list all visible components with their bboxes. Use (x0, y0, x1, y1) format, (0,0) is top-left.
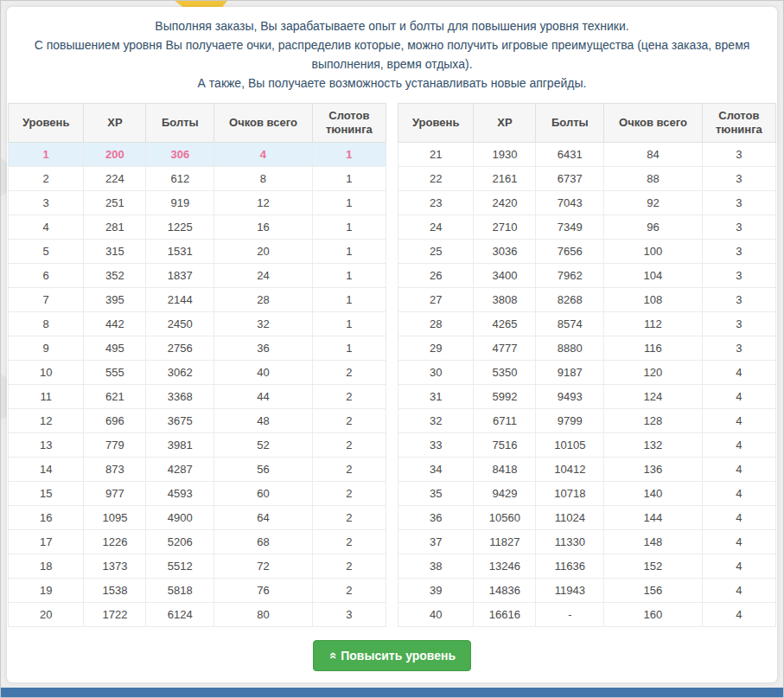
table-cell: 2 (312, 409, 386, 433)
column-header: Слотов тюнинга (312, 104, 386, 143)
footer-bar (1, 688, 783, 697)
table-cell: 3036 (474, 240, 536, 264)
levels-panel: Выполняя заказы, Вы зарабатываете опыт и… (7, 7, 777, 682)
column-header: Очков всего (604, 104, 703, 143)
table-cell: 112 (604, 312, 703, 336)
table-cell: 88 (604, 167, 703, 191)
table-cell: 1 (312, 167, 386, 191)
table-cell: 1 (312, 240, 386, 264)
table-cell: 5350 (474, 361, 536, 385)
table-cell: 5 (9, 240, 84, 264)
table-cell: 3 (702, 288, 775, 312)
table-row: 3610560110241444 (398, 506, 776, 530)
table-row: 1915385818762 (9, 579, 386, 603)
table-cell: 2 (312, 530, 386, 554)
intro-line-2: С повышением уровня Вы получаете очки, р… (22, 35, 762, 74)
table-cell: 3400 (474, 264, 536, 288)
table-cell: 4777 (474, 336, 536, 361)
table-cell: 12 (9, 409, 84, 433)
table-row: 94952756361 (9, 336, 386, 361)
table-cell: 11330 (536, 530, 604, 554)
table-cell: 3 (702, 191, 775, 215)
table-cell: 148 (604, 530, 703, 554)
table-cell: 16616 (474, 603, 536, 627)
table-cell: 8268 (536, 288, 604, 312)
table-cell: 16 (9, 506, 84, 530)
table-cell: 40 (398, 603, 474, 627)
table-cell: 779 (84, 433, 146, 458)
table-row: 25303676561003 (398, 240, 776, 264)
table-cell: 68 (214, 530, 313, 554)
table-cell: 3 (702, 143, 775, 167)
table-cell: 104 (604, 264, 703, 288)
table-cell: 31 (398, 385, 474, 409)
table-cell: 4 (9, 215, 84, 240)
table-row: 3251919121 (9, 191, 386, 215)
table-cell: 3 (702, 240, 775, 264)
table-cell: 3 (9, 191, 84, 215)
table-cell: 9799 (536, 409, 604, 433)
table-cell: 92 (604, 191, 703, 215)
table-cell: 15 (9, 482, 84, 506)
table-row: 29477788801163 (398, 336, 776, 361)
table-row: 1813735512722 (9, 554, 386, 579)
table-cell: 1 (312, 143, 386, 167)
table-cell: 36 (214, 336, 313, 361)
table-cell: 251 (84, 191, 146, 215)
table-cell: 30 (398, 361, 474, 385)
table-cell: 11 (9, 385, 84, 409)
table-cell: 2 (9, 167, 84, 191)
table-cell: 1 (312, 191, 386, 215)
table-cell: 4 (702, 361, 775, 385)
table-cell: 9493 (536, 385, 604, 409)
table-cell: 3 (702, 167, 775, 191)
table-cell: 14 (9, 458, 84, 482)
table-cell: 1225 (146, 215, 214, 240)
table-cell: 40 (214, 361, 313, 385)
table-cell: 281 (84, 215, 146, 240)
level-up-button[interactable]: » Повысить уровень (313, 640, 471, 671)
table-cell: 13 (9, 433, 84, 458)
table-cell: 24 (398, 215, 474, 240)
table-cell: 116 (604, 336, 703, 361)
table-cell: 21 (398, 143, 474, 167)
table-cell: 6124 (146, 603, 214, 627)
table-cell: 2450 (146, 312, 214, 336)
table-cell: 1930 (474, 143, 536, 167)
table-cell: 2 (312, 506, 386, 530)
table-cell: 2 (312, 482, 386, 506)
table-cell: 12 (214, 191, 313, 215)
level-up-button-label: Повысить уровень (341, 649, 456, 663)
table-cell: 24 (214, 264, 313, 288)
table-cell: 32 (398, 409, 474, 433)
table-cell: 4 (214, 143, 313, 167)
table-cell: 7516 (474, 433, 536, 458)
table-row: 222461281 (9, 167, 386, 191)
table-cell: 20 (9, 603, 84, 627)
table-cell: 11024 (536, 506, 604, 530)
table-cell: 3808 (474, 288, 536, 312)
table-cell: 17 (9, 530, 84, 554)
table-cell: 19 (9, 579, 84, 603)
table-cell: 25 (398, 240, 474, 264)
table-cell: 11636 (536, 554, 604, 579)
table-row: 73952144281 (9, 288, 386, 312)
table-row: 159774593602 (9, 482, 386, 506)
intro-text: Выполняя заказы, Вы зарабатываете опыт и… (7, 7, 777, 103)
table-row: 2221616737883 (398, 167, 776, 191)
table-cell: 132 (604, 433, 703, 458)
table-cell: 5992 (474, 385, 536, 409)
table-header-row: УровеньXPБолтыОчков всегоСлотов тюнинга (9, 104, 386, 143)
table-row: 32671197991284 (398, 409, 776, 433)
table-cell: 1 (312, 215, 386, 240)
table-row: 31599294931244 (398, 385, 776, 409)
column-header: XP (84, 104, 146, 143)
table-cell: 44 (214, 385, 313, 409)
table-cell: 7349 (536, 215, 604, 240)
table-cell: 6737 (536, 167, 604, 191)
table-cell: 5818 (146, 579, 214, 603)
table-row: 42811225161 (9, 215, 386, 240)
table-cell: 2 (312, 361, 386, 385)
table-row: 27380882681083 (398, 288, 776, 312)
table-cell: 919 (146, 191, 214, 215)
